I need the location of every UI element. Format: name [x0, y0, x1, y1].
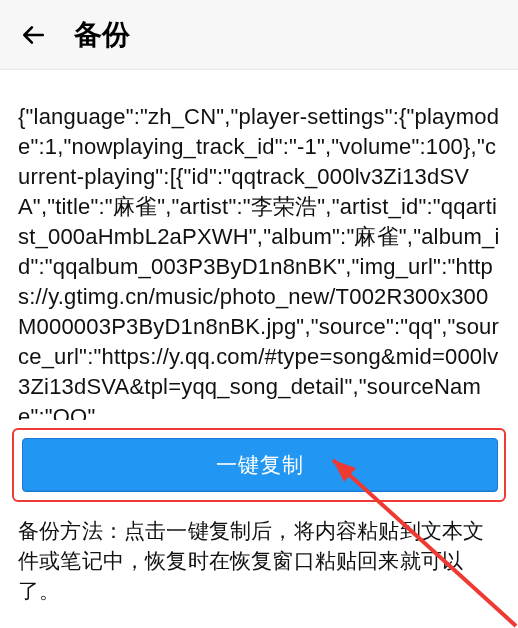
copy-button[interactable]: 一键复制 [22, 438, 498, 492]
backup-json-text: {"language":"zh_CN","player-settings":{"… [18, 102, 500, 420]
copy-button-label: 一键复制 [216, 451, 304, 479]
main-content: {"language":"zh_CN","player-settings":{"… [0, 70, 518, 420]
backup-instructions: 备份方法：点击一键复制后，将内容粘贴到文本文件或笔记中，恢复时在恢复窗口粘贴回来… [0, 502, 518, 606]
app-header: 备份 [0, 0, 518, 70]
back-arrow-icon[interactable] [18, 20, 48, 50]
page-title: 备份 [74, 16, 130, 54]
copy-highlight-box: 一键复制 [12, 428, 506, 502]
